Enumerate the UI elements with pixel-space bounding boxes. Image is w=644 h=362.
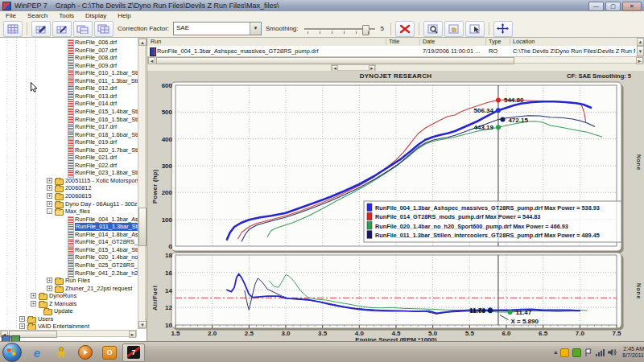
tree-item[interactable]: +Zhuner_21_22psi request bbox=[0, 285, 147, 293]
tree-item-label[interactable]: Update bbox=[54, 307, 73, 315]
expand-icon[interactable]: + bbox=[47, 185, 52, 191]
tree-item[interactable]: -Max_files bbox=[0, 208, 147, 216]
column-header-type[interactable]: Type bbox=[489, 38, 502, 46]
menu-item-search[interactable]: Search bbox=[22, 11, 53, 20]
volume-icon[interactable] bbox=[608, 348, 617, 356]
table-horizontal-scrollbar[interactable]: ◄ ► bbox=[147, 56, 644, 64]
chevron-down-icon[interactable]: ▼ bbox=[250, 23, 261, 35]
taskbar-item-internet-explorer[interactable]: e bbox=[26, 343, 48, 362]
tree-item-label[interactable]: RunFile_041_2.2bar_h20 bbox=[75, 269, 141, 278]
tree-item[interactable]: RunFile_015_1.4bar_Stille bbox=[0, 108, 147, 116]
tree-horizontal-scrollbar[interactable]: ◄ ► bbox=[0, 330, 137, 337]
taskbar-item-media-player[interactable] bbox=[74, 343, 97, 362]
tree-item-label[interactable]: RunFile_020_1.7bar_Stille bbox=[75, 146, 144, 154]
tree-item-label[interactable]: RunFile_019.drf bbox=[75, 138, 117, 146]
scroll-down-button[interactable]: ▼ bbox=[138, 321, 147, 328]
expand-icon[interactable]: + bbox=[47, 193, 52, 199]
start-button[interactable] bbox=[2, 343, 22, 362]
maximize-button[interactable]: ▢ bbox=[605, 2, 621, 11]
run-table-row[interactable]: RunFile_004_1.3bar_Ashspec_massives_GT28… bbox=[147, 46, 644, 56]
column-header-run[interactable]: Run bbox=[151, 38, 161, 46]
tree-item-label[interactable]: RunFile_014_1.8bar_Ash bbox=[75, 231, 142, 239]
network-signal-icon[interactable] bbox=[596, 348, 605, 356]
tree-item[interactable]: RunFile_019.drf bbox=[0, 138, 147, 146]
zoom-graph-button[interactable] bbox=[423, 21, 443, 37]
expand-icon[interactable]: + bbox=[47, 278, 52, 283]
tree-item[interactable]: RunFile_014_GT28RS_m bbox=[0, 238, 147, 246]
tree-item[interactable]: RunFile_022.drf bbox=[0, 162, 147, 170]
tree-item[interactable]: RunFile_041_2.2bar_h20 bbox=[0, 269, 147, 278]
tree-item-label[interactable]: RunFile_014.drf bbox=[75, 100, 117, 108]
tree-item[interactable]: +Dyno Day - 06Aug11 - 300z bbox=[0, 200, 147, 208]
tree-item[interactable]: RunFile_006.drf bbox=[0, 39, 147, 47]
tree-item-label[interactable]: Z Manuals bbox=[49, 300, 76, 308]
expand-icon[interactable]: + bbox=[47, 178, 52, 183]
tree-item[interactable]: +Users bbox=[0, 315, 147, 323]
tree-item[interactable]: RunFile_004_1.3bar_Ash bbox=[0, 216, 147, 224]
move-cursor-button[interactable] bbox=[493, 21, 513, 37]
tree-item-label[interactable]: RunFile_021.drf bbox=[75, 154, 117, 162]
tree-item-label[interactable]: 20051115 - Xotic Motorsports bbox=[65, 177, 142, 185]
graph-multi-button[interactable] bbox=[94, 21, 114, 37]
tree-item[interactable]: +DynoRuns bbox=[0, 292, 147, 300]
tree-item[interactable]: RunFile_007.drf bbox=[0, 47, 147, 55]
tree-item-label[interactable]: Users bbox=[38, 315, 53, 323]
tree-item-label[interactable]: RunFile_025_GT28RS_m bbox=[75, 261, 142, 269]
expand-icon[interactable]: + bbox=[47, 201, 52, 207]
tree-item[interactable]: RunFile_012.drf bbox=[0, 84, 147, 93]
tree-item-label[interactable]: RunFile_015_1.4bar_Still bbox=[75, 246, 141, 254]
menu-item-file[interactable]: File bbox=[0, 11, 22, 20]
tree-item-label[interactable]: RunFile_012.drf bbox=[75, 84, 117, 93]
tree-item-label[interactable]: RunFile_011_1.3bar_Still bbox=[75, 223, 142, 231]
tree-item[interactable]: RunFile_014.drf bbox=[0, 100, 147, 108]
tree-item[interactable]: RunFile_025_GT28RS_m bbox=[0, 261, 147, 269]
power-right-channel-label[interactable]: None bbox=[636, 154, 642, 171]
tree-item-label[interactable]: Run Files bbox=[65, 277, 90, 285]
tree-item-label[interactable]: DynoRuns bbox=[49, 292, 76, 300]
tree-item-label[interactable]: RunFile_011_1.3bar_Stille bbox=[75, 77, 143, 85]
taskbar-item-winpep[interactable]: 7 bbox=[122, 343, 145, 362]
expand-icon[interactable]: + bbox=[19, 316, 25, 322]
tree-item-label[interactable]: RunFile_015_1.4bar_Stille bbox=[75, 108, 144, 116]
scroll-left-button[interactable]: ◄ bbox=[148, 57, 155, 64]
menu-item-display[interactable]: Display bbox=[80, 11, 112, 20]
tree-item[interactable]: RunFile_013.drf bbox=[0, 93, 147, 101]
tree-item-label[interactable]: RunFile_008.drf bbox=[75, 54, 117, 62]
tree-item[interactable]: +20060812 bbox=[0, 184, 147, 192]
tray-icon-yellow[interactable] bbox=[560, 348, 569, 357]
scroll-thumb[interactable] bbox=[156, 57, 514, 64]
tree-item-label[interactable]: Dyno Day - 06Aug11 - 300z bbox=[65, 200, 138, 208]
airfuel-right-channel-label[interactable]: None bbox=[636, 283, 642, 299]
collapse-icon[interactable]: - bbox=[47, 208, 52, 214]
tree-item-label[interactable]: RunFile_022.drf bbox=[75, 162, 117, 170]
column-header-location[interactable]: Location bbox=[513, 38, 535, 46]
table-scroll-up-button[interactable]: ▲ bbox=[637, 38, 644, 46]
action-center-flag-icon[interactable] bbox=[584, 348, 592, 357]
tree-item[interactable]: RunFile_023_1.8bar_Stille bbox=[0, 169, 147, 177]
tree-item[interactable]: RunFile_021.drf bbox=[0, 154, 147, 162]
tree-item[interactable]: RunFile_018_1.6bar_Stille bbox=[0, 131, 147, 139]
tree-item-label[interactable]: RunFile_006.drf bbox=[75, 39, 117, 47]
tree-item-label[interactable]: 20060815 bbox=[65, 192, 91, 200]
tree-item[interactable]: RunFile_010_1.2bar_Stille bbox=[0, 69, 147, 77]
tree-item[interactable]: +Run Files bbox=[0, 277, 147, 285]
column-header-date[interactable]: Date bbox=[423, 38, 435, 46]
smoothing-slider[interactable] bbox=[303, 23, 377, 35]
graph-overlay-button[interactable] bbox=[73, 21, 93, 37]
graph-edit-button-2[interactable] bbox=[52, 21, 72, 37]
grid-view-button[interactable] bbox=[3, 21, 23, 37]
tree-item[interactable]: +20060815 bbox=[0, 192, 147, 200]
tree-item[interactable]: RunFile_020_1.7bar_Stille bbox=[0, 146, 147, 154]
tree-item-label[interactable]: RunFile_016_1.5bar_Stille bbox=[75, 116, 144, 124]
table-scroll-down-button[interactable]: ▼ bbox=[637, 46, 644, 56]
tree-item-label[interactable]: RunFile_013.drf bbox=[75, 93, 117, 101]
expand-icon[interactable]: + bbox=[31, 293, 36, 298]
tree-item-label[interactable]: RunFile_014_GT28RS_m bbox=[75, 238, 142, 246]
slider-thumb[interactable] bbox=[362, 25, 369, 35]
taskbar-item-aim[interactable] bbox=[50, 343, 72, 362]
tray-icon-green[interactable] bbox=[572, 348, 581, 357]
scroll-right-button[interactable]: ► bbox=[636, 57, 643, 64]
column-header-title[interactable]: Title bbox=[389, 38, 399, 46]
tree-item[interactable]: RunFile_009.drf bbox=[0, 62, 147, 70]
taskbar-clock[interactable]: 2:45 AM 8/7/2011 bbox=[622, 346, 644, 359]
